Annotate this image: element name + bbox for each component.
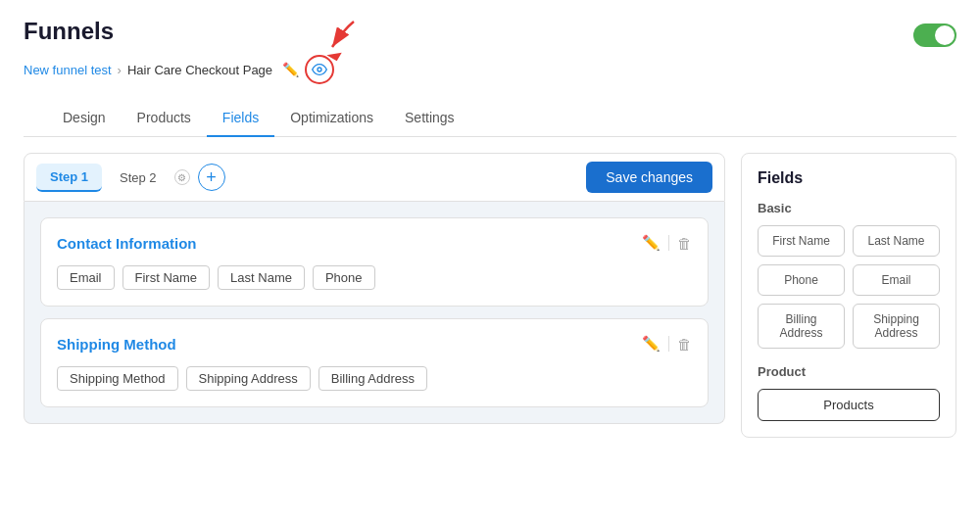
contact-information-section: Contact Information ✏️ 🗑 Email First Nam… — [40, 217, 709, 307]
save-changes-button[interactable]: Save changes — [586, 162, 712, 193]
add-step-button[interactable]: + — [198, 164, 225, 191]
shipping-fields: Shipping Method Shipping Address Billing… — [57, 366, 692, 391]
field-btn-phone[interactable]: Phone — [758, 264, 845, 296]
field-email[interactable]: Email — [57, 265, 115, 290]
field-shipping-address[interactable]: Shipping Address — [186, 366, 311, 391]
breadcrumb-separator: › — [118, 63, 122, 77]
edit-section-icon[interactable]: ✏️ — [642, 234, 661, 252]
contact-section-title: Contact Information — [57, 235, 197, 252]
tab-products[interactable]: Products — [122, 100, 207, 137]
field-lastname[interactable]: Last Name — [218, 265, 305, 290]
delete-section-icon[interactable]: 🗑 — [677, 235, 692, 252]
breadcrumb-link[interactable]: New funnel test — [24, 63, 112, 77]
breadcrumb-current: Hair Care Checkout Page — [127, 63, 272, 77]
contact-fields: Email First Name Last Name Phone — [57, 265, 692, 290]
products-button[interactable]: Products — [758, 389, 940, 421]
left-panel: Step 1 Step 2 ⚙ + Save changes Contact I… — [24, 153, 725, 438]
preview-eye-icon[interactable] — [305, 55, 334, 84]
breadcrumb: New funnel test › Hair Care Checkout Pag… — [24, 55, 334, 84]
right-panel: Fields Basic First Name Last Name Phone … — [741, 153, 956, 438]
step-tabs-bar: Step 1 Step 2 ⚙ + Save changes — [24, 153, 725, 202]
tab-design[interactable]: Design — [47, 100, 122, 137]
shipping-method-section: Shipping Method ✏️ 🗑 Shipping Method Shi… — [40, 318, 709, 407]
edit-shipping-icon[interactable]: ✏️ — [642, 335, 661, 353]
tab-optimizations[interactable]: Optimizations — [274, 100, 389, 137]
tab-fields[interactable]: Fields — [207, 100, 274, 137]
tab-step2[interactable]: Step 2 — [106, 165, 171, 191]
nav-tabs: Design Products Fields Optimizations Set… — [24, 100, 956, 137]
basic-fields-grid: First Name Last Name Phone Email Billing… — [758, 225, 940, 349]
field-btn-billing[interactable]: Billing Address — [758, 304, 845, 349]
step2-badge: ⚙ — [174, 169, 190, 185]
toggle-switch[interactable] — [913, 24, 956, 47]
field-phone[interactable]: Phone — [313, 265, 375, 290]
page-title: Funnels — [24, 18, 334, 45]
svg-point-1 — [318, 68, 321, 71]
divider2 — [668, 336, 669, 352]
tab-step1[interactable]: Step 1 — [36, 164, 102, 192]
field-btn-lastname[interactable]: Last Name — [853, 225, 940, 257]
field-firstname[interactable]: First Name — [122, 265, 211, 290]
divider — [668, 235, 669, 251]
step-content: Contact Information ✏️ 🗑 Email First Nam… — [24, 202, 725, 424]
field-btn-shipping[interactable]: Shipping Address — [853, 304, 940, 349]
basic-section-label: Basic — [758, 201, 940, 215]
field-btn-email[interactable]: Email — [853, 264, 940, 296]
delete-shipping-icon[interactable]: 🗑 — [677, 336, 692, 353]
field-btn-firstname[interactable]: First Name — [758, 225, 845, 257]
field-billing-address[interactable]: Billing Address — [318, 366, 427, 391]
field-shipping-method[interactable]: Shipping Method — [57, 366, 178, 391]
tab-settings[interactable]: Settings — [389, 100, 470, 137]
edit-icon[interactable]: ✏️ — [282, 62, 299, 77]
right-panel-title: Fields — [758, 169, 940, 187]
shipping-section-title: Shipping Method — [57, 336, 176, 353]
product-section-label: Product — [758, 364, 940, 379]
